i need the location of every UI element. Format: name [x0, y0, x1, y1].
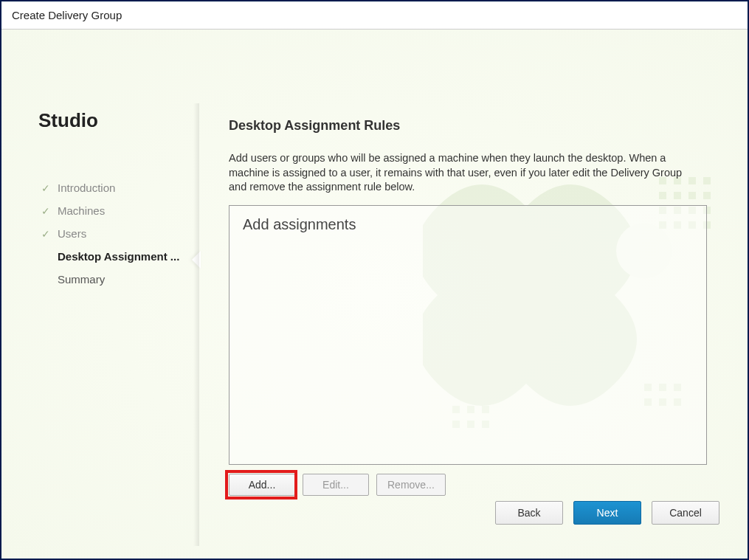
wizard-step-0[interactable]: Introduction [38, 176, 193, 199]
next-button[interactable]: Next [573, 501, 641, 525]
assignments-listbox[interactable]: Add assignments [229, 205, 707, 465]
page-title: Desktop Assignment Rules [229, 118, 686, 134]
wizard-step-1[interactable]: Machines [38, 199, 193, 222]
add-button[interactable]: Add... [229, 474, 295, 496]
back-button[interactable]: Back [495, 501, 563, 525]
wizard-step-4[interactable]: Summary [38, 268, 193, 291]
window-title: Create Delivery Group [12, 9, 122, 21]
remove-button[interactable]: Remove... [376, 474, 446, 496]
wizard-step-label: Desktop Assignment ... [58, 250, 179, 263]
page-description: Add users or groups who will be assigned… [229, 151, 686, 195]
listbox-placeholder: Add assignments [243, 216, 356, 232]
wizard-content: Desktop Assignment Rules Add users or gr… [199, 103, 716, 546]
sidebar-title: Studio [38, 109, 193, 132]
wizard-step-3[interactable]: Desktop Assignment ... [38, 245, 193, 268]
wizard-steps: IntroductionMachinesUsersDesktop Assignm… [38, 176, 193, 291]
wizard-step-label: Introduction [58, 182, 115, 194]
wizard-window: Create Delivery Group Studio Introductio… [0, 0, 749, 560]
list-actions: Add... Edit... Remove... [229, 474, 686, 496]
content-inner: Desktop Assignment Rules Add users or gr… [199, 103, 716, 511]
edit-button[interactable]: Edit... [303, 474, 369, 496]
wizard-step-label: Machines [58, 204, 105, 217]
wizard-body: Studio IntroductionMachinesUsersDesktop … [1, 30, 748, 559]
content-shadow [193, 103, 199, 546]
wizard-step-2[interactable]: Users [38, 222, 193, 245]
wizard-sidebar: Studio IntroductionMachinesUsersDesktop … [38, 109, 193, 291]
titlebar: Create Delivery Group [1, 1, 748, 30]
cancel-button[interactable]: Cancel [652, 501, 719, 525]
wizard-footer: Back Next Cancel [495, 501, 719, 525]
wizard-step-label: Summary [58, 273, 105, 286]
wizard-step-label: Users [58, 227, 86, 240]
